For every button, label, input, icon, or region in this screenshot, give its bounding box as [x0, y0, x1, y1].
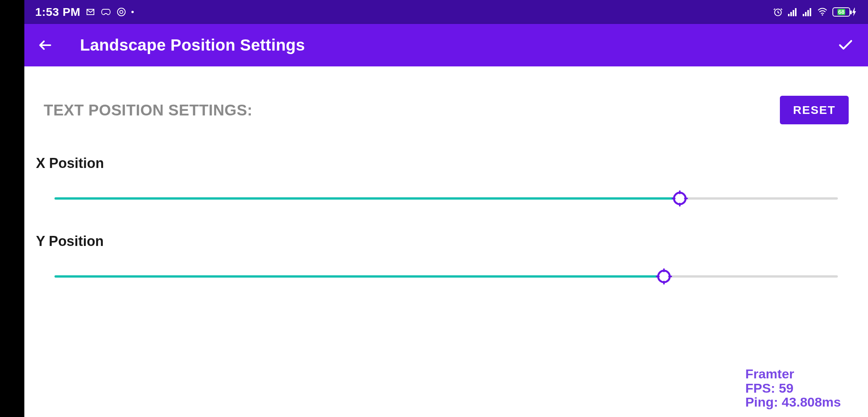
svg-point-0 — [117, 8, 125, 16]
svg-point-12 — [674, 193, 686, 204]
section-header: TEXT POSITION SETTINGS: RESET — [44, 96, 849, 124]
status-left: 1:53 PM — [35, 5, 134, 19]
svg-rect-8 — [805, 12, 807, 16]
svg-rect-9 — [807, 10, 809, 16]
check-icon — [837, 37, 854, 54]
at-circle-icon — [117, 7, 126, 17]
x-position-group: X Position — [44, 155, 849, 206]
x-position-label: X Position — [36, 155, 849, 171]
overlay-app-name: Framter — [745, 367, 841, 381]
crosshair-thumb-icon — [656, 268, 672, 285]
status-time: 1:53 PM — [35, 5, 80, 19]
svg-rect-3 — [788, 14, 790, 16]
gmail-icon — [86, 7, 95, 17]
y-position-group: Y Position — [44, 233, 849, 284]
x-position-slider[interactable] — [54, 191, 838, 206]
svg-rect-4 — [790, 12, 792, 16]
status-bar: 1:53 PM — [24, 0, 868, 24]
app-bar: Landscape Position Settings — [24, 24, 868, 66]
perf-overlay: Framter FPS: 59 Ping: 43.808ms — [745, 367, 841, 409]
svg-rect-10 — [810, 8, 811, 16]
alarm-icon — [773, 7, 783, 17]
game-controller-icon — [100, 8, 111, 16]
overlay-ping: Ping: 43.808ms — [745, 395, 841, 409]
slider-thumb[interactable] — [656, 268, 672, 285]
display-cutout-bar — [0, 0, 24, 417]
y-position-slider[interactable] — [54, 269, 838, 284]
content-area: TEXT POSITION SETTINGS: RESET X Position… — [24, 66, 868, 417]
overlay-fps: FPS: 59 — [745, 381, 841, 395]
slider-thumb[interactable] — [672, 190, 688, 207]
slider-track-fill — [54, 197, 680, 200]
battery-indicator: 68 — [832, 7, 856, 17]
svg-rect-5 — [793, 10, 794, 16]
screen: 1:53 PM — [24, 0, 868, 417]
reset-button[interactable]: RESET — [780, 96, 849, 124]
confirm-button[interactable] — [836, 36, 855, 54]
arrow-left-icon — [37, 37, 53, 53]
slider-track-fill — [54, 275, 664, 278]
status-right: 68 — [773, 7, 856, 17]
svg-rect-7 — [803, 14, 804, 16]
y-position-label: Y Position — [36, 233, 849, 249]
svg-point-11 — [822, 14, 823, 16]
signal-bars-icon — [788, 8, 798, 16]
notification-dot-icon — [131, 11, 134, 13]
svg-point-13 — [658, 271, 670, 282]
signal-bars-icon-2 — [802, 8, 812, 16]
section-title: TEXT POSITION SETTINGS: — [44, 102, 252, 119]
page-title: Landscape Position Settings — [80, 36, 836, 54]
battery-percent: 68 — [837, 9, 846, 15]
svg-rect-6 — [795, 8, 797, 16]
wifi-icon — [817, 8, 828, 16]
back-button[interactable] — [37, 37, 53, 53]
svg-point-1 — [120, 10, 123, 14]
crosshair-thumb-icon — [672, 190, 688, 207]
charging-bolt-icon — [852, 8, 856, 16]
